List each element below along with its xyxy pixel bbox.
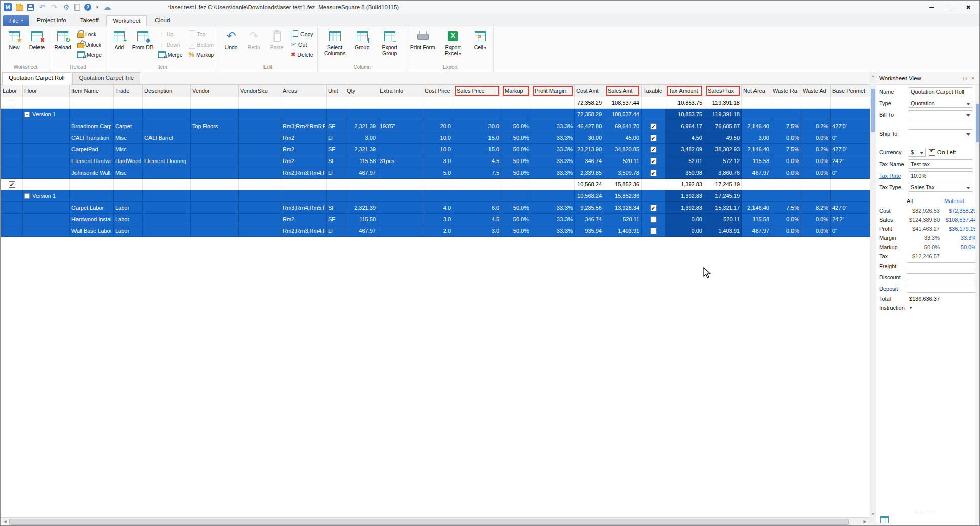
table-row[interactable]: Element HardwoHardWoodElement FlooringRm…: [1, 155, 870, 167]
cell-sales_price[interactable]: 15.0: [453, 132, 501, 144]
cell-sales_tax[interactable]: 17,245.19: [704, 179, 742, 190]
paste-icon[interactable]: [74, 4, 80, 11]
cell-floor[interactable]: [23, 214, 70, 225]
cell-waste_ra[interactable]: 7.5%: [771, 120, 801, 132]
cell-net_area[interactable]: [742, 179, 771, 190]
cell-unit[interactable]: LF: [327, 132, 345, 144]
cell-floor[interactable]: [23, 120, 70, 132]
maximize-button[interactable]: [941, 1, 959, 14]
cell-tax_amount[interactable]: 0.00: [665, 225, 704, 237]
cell-vendor[interactable]: [191, 190, 239, 202]
ribbon-button-undo[interactable]: ↶Undo: [220, 28, 242, 50]
cell-waste_ra[interactable]: 7.5%: [771, 202, 801, 214]
cell-sales_tax[interactable]: 119,391.18: [704, 97, 742, 109]
cell-base_perimeter[interactable]: 427'0": [831, 120, 870, 132]
cell-areas[interactable]: [281, 109, 327, 120]
cell-unit[interactable]: LF: [327, 225, 345, 237]
cell-item_name[interactable]: CALI Transition: [70, 132, 114, 144]
cell-net_area[interactable]: 2,146.40: [742, 202, 771, 214]
cell-markup[interactable]: 50.0%: [501, 132, 531, 144]
column-header-trade[interactable]: Trade: [114, 85, 143, 97]
cell-taxable[interactable]: [642, 167, 665, 179]
cell-net_area[interactable]: 3.00: [742, 132, 771, 144]
cell-cost_amt[interactable]: 72,358.29: [575, 97, 604, 109]
cell-qty[interactable]: 2,321.39: [345, 144, 378, 155]
cell-floor[interactable]: [23, 225, 70, 237]
cell-labor[interactable]: [1, 214, 23, 225]
cell-base_perimeter[interactable]: [831, 97, 870, 109]
cell-profit_margin[interactable]: [531, 109, 575, 120]
cell-item_name[interactable]: [70, 179, 114, 190]
cell-extra_info[interactable]: [378, 132, 423, 144]
group-row[interactable]: Version 172,358.29108,537.4410,853.75119…: [1, 109, 870, 120]
cell-qty[interactable]: 467.97: [345, 225, 378, 237]
cell-profit_margin[interactable]: [531, 179, 575, 190]
cell-vendorsku[interactable]: [239, 132, 281, 144]
cell-areas[interactable]: Rm3;Rm4;Rm5;R: [281, 120, 327, 132]
column-header-description[interactable]: Description: [143, 85, 191, 97]
cell-extra_info[interactable]: [378, 190, 423, 202]
ribbon-tab-worksheet[interactable]: Worksheet: [106, 15, 147, 26]
cell-base_perimeter[interactable]: [831, 109, 870, 120]
horizontal-scrollbar[interactable]: [1, 517, 870, 525]
cell-areas[interactable]: Rm2: [281, 214, 327, 225]
horizontal-scroll-thumb[interactable]: [9, 519, 849, 525]
cell-cost_amt[interactable]: 46,427.80: [575, 120, 604, 132]
cell-floor[interactable]: [23, 167, 70, 179]
cell-sales_tax[interactable]: 119,391.18: [704, 109, 742, 120]
cell-net_area[interactable]: 115.58: [742, 214, 771, 225]
cell-waste_ad[interactable]: 8.2%: [801, 202, 831, 214]
scroll-down-arrow-icon[interactable]: [870, 510, 876, 517]
taxable-checkbox[interactable]: [650, 158, 657, 165]
cell-areas[interactable]: Rm2: [281, 144, 327, 155]
ribbon-button-delete[interactable]: ✖Delete: [289, 50, 315, 59]
cell-floor[interactable]: [23, 97, 70, 109]
cell-taxable[interactable]: [642, 214, 665, 225]
chevron-down-icon[interactable]: [907, 305, 915, 310]
cell-labor[interactable]: [1, 155, 23, 167]
cell-qty[interactable]: 2,321.39: [345, 202, 378, 214]
cell-taxable[interactable]: [642, 179, 665, 190]
cell-net_area[interactable]: 467.97: [742, 225, 771, 237]
scroll-right-arrow-icon[interactable]: [861, 518, 870, 526]
cell-description[interactable]: [143, 97, 191, 109]
table-row[interactable]: CarpetPadMiscRm2SF2,321.3910.015.050.0%3…: [1, 144, 870, 155]
column-header-qty[interactable]: Qty: [345, 85, 378, 97]
table-row[interactable]: Broadloom CarpCarpetTop FloorsRm3;Rm4;Rm…: [1, 120, 870, 132]
cell-areas[interactable]: Rm3;Rm4;Rm5;R: [281, 202, 327, 214]
cell-vendor[interactable]: [191, 214, 239, 225]
ribbon-button-from-db[interactable]: ◆From DB: [131, 28, 155, 50]
column-header-vendor[interactable]: Vendor: [191, 85, 239, 97]
cell-cost_price[interactable]: 20.0: [423, 120, 453, 132]
cell-cost_price[interactable]: [423, 190, 453, 202]
column-header-profit_margin[interactable]: Profit Margin: [531, 85, 575, 97]
cell-tax_amount[interactable]: 350.98: [665, 167, 704, 179]
cell-taxable[interactable]: [642, 202, 665, 214]
cell-tax_amount[interactable]: 6,964.17: [665, 120, 704, 132]
type-dropdown[interactable]: Quotation: [909, 99, 972, 108]
cell-unit[interactable]: [327, 179, 345, 190]
cell-markup[interactable]: 50.0%: [501, 225, 531, 237]
cell-tax_amount[interactable]: 10,853.75: [665, 97, 704, 109]
cell-cost_amt[interactable]: 935.94: [575, 225, 604, 237]
cell-waste_ad[interactable]: [801, 190, 831, 202]
ribbon-button-print-form[interactable]: Print Form: [409, 28, 437, 50]
cell-labor[interactable]: [1, 167, 23, 179]
summary-col-all[interactable]: All: [907, 198, 940, 204]
cell-vendorsku[interactable]: [239, 214, 281, 225]
cell-sales_price[interactable]: 15.0: [453, 144, 501, 155]
cell-taxable[interactable]: [642, 109, 665, 120]
scroll-up-arrow-icon[interactable]: [870, 72, 876, 79]
cell-trade[interactable]: Carpet: [114, 120, 143, 132]
cloud-icon[interactable]: ☁: [103, 3, 111, 11]
column-header-waste_ra[interactable]: Waste Ra: [771, 85, 801, 97]
cell-item_name[interactable]: CarpetPad: [70, 144, 114, 155]
on-left-checkbox[interactable]: [929, 149, 935, 156]
ribbon-button-cell[interactable]: Cell▾: [469, 28, 492, 50]
cell-net_area[interactable]: 115.58: [742, 155, 771, 167]
summary-col-material[interactable]: Material: [940, 198, 976, 204]
tax-rate-input[interactable]: 10.0%: [909, 171, 972, 180]
cell-waste_ra[interactable]: 0.0%: [771, 225, 801, 237]
ribbon-tab-file[interactable]: File: [3, 15, 29, 26]
cell-tax_amount[interactable]: 1,392.83: [665, 190, 704, 202]
